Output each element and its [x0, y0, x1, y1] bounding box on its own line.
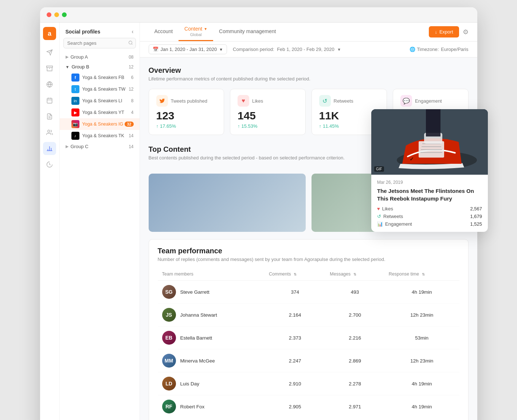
minimize-button[interactable]	[54, 12, 59, 17]
overview-title: Overview	[149, 66, 469, 75]
member-name-2: Johanna Stewart	[180, 312, 217, 318]
response-6: 4h 19min	[384, 395, 459, 418]
page-item-tk[interactable]: ♪ Yoga & Sneakers TK 14	[60, 130, 140, 142]
page-name-tw: Yoga & Sneakers TW	[82, 87, 126, 92]
group-c-item[interactable]: ▶ Group C 14	[60, 142, 140, 151]
col-members: Team members	[158, 268, 265, 281]
sidebar: Social profiles ‹ ▶ Group A 08	[60, 23, 140, 420]
overview-subtitle: Lifetime performance metrics of content …	[149, 76, 469, 82]
settings-icon[interactable]: ⚙	[463, 28, 469, 36]
comparison-range: Feb 1, 2020 - Feb 29, 2020	[277, 47, 334, 52]
page-name-yt: Yoga & Sneakers YT	[82, 110, 124, 115]
tab-community[interactable]: Community management	[213, 23, 282, 41]
group-a-label: Group A	[71, 54, 88, 60]
avatar-estella: EB	[162, 331, 176, 345]
article-title: The Jetsons Meet The Flintstones On This…	[377, 187, 482, 202]
preview-card-1[interactable]	[149, 174, 306, 232]
svg-rect-6	[47, 98, 52, 103]
page-item-yt[interactable]: ▶ Yoga & Sneakers YT 4	[60, 107, 140, 118]
titlebar	[40, 7, 477, 23]
export-label: Export	[439, 29, 453, 35]
nav-item-users[interactable]	[43, 126, 56, 139]
sidebar-collapse-btn[interactable]: ‹	[132, 28, 133, 35]
team-performance-section: Team performance Number of replies (comm…	[149, 239, 469, 420]
tweet-icon	[156, 95, 168, 107]
retweet-icon: ↺	[319, 95, 331, 107]
comparison-prefix: Comparison period:	[233, 47, 274, 52]
page-item-ig[interactable]: 📷 Yoga & Sneakers IG 32	[60, 118, 140, 130]
svg-text:✓: ✓	[410, 156, 414, 162]
nav-tabs: Account Content ▼ Global Community manag…	[149, 23, 282, 41]
page-item-fb[interactable]: f Yoga & Sneakers FB 6	[60, 72, 140, 83]
nav-item-inbox[interactable]	[43, 62, 56, 75]
comments-1: 374	[265, 281, 325, 304]
tab-account[interactable]: Account	[149, 23, 179, 41]
nav-item-chart[interactable]	[43, 142, 56, 155]
member-name-3: Estella Barnett	[180, 335, 212, 341]
sort-icon-response: ⇅	[422, 272, 425, 276]
tab-account-label: Account	[154, 28, 173, 34]
nav-item-globe[interactable]	[43, 78, 56, 91]
tab-content[interactable]: Content ▼ Global	[179, 23, 213, 41]
timezone-prefix: Timezone:	[417, 47, 439, 52]
page-name-ig: Yoga & Sneakers IG	[82, 122, 124, 127]
tweet-label: Tweets published	[171, 98, 207, 104]
avatar-fb: f	[71, 74, 79, 82]
page-count-li: 8	[131, 98, 134, 103]
calendar-icon: 📅	[153, 47, 158, 52]
sort-icon-comments: ⇅	[294, 272, 297, 276]
group-b-count: 12	[129, 64, 133, 70]
messages-6: 2.971	[325, 395, 384, 418]
export-button[interactable]: ↓ Export	[429, 26, 459, 37]
team-title: Team performance	[158, 247, 459, 255]
sidebar-title: Social profiles	[66, 29, 101, 35]
top-content-subtitle: Best contents published during the selec…	[149, 155, 345, 161]
app-logo[interactable]: a	[43, 27, 56, 40]
col-response[interactable]: Response time ⇅	[384, 268, 459, 281]
group-c-label: Group C	[71, 144, 89, 149]
maximize-button[interactable]	[62, 12, 67, 17]
table-row: LD Luis Day 2.910 2.278 4h 19min	[158, 372, 459, 395]
svg-point-17	[129, 41, 132, 44]
group-b-item[interactable]: ▼ Group B 12	[60, 62, 140, 72]
close-button[interactable]	[47, 12, 51, 17]
nav-item-send[interactable]	[43, 46, 56, 59]
timezone-value: Europe/Paris	[441, 47, 468, 52]
retweet-icon-stat: ↺	[377, 214, 381, 219]
member-name-6: Robert Fox	[180, 404, 205, 409]
member-cell-1: SG Steve Garrett	[162, 285, 261, 299]
member-name-5: Luis Day	[180, 381, 200, 387]
page-count-ig: 32	[125, 122, 133, 127]
member-cell-4: MM Minerva McGee	[162, 354, 261, 368]
nav-item-document[interactable]	[43, 110, 56, 123]
avatar-steve: SG	[162, 285, 176, 299]
svg-rect-2	[47, 66, 53, 67]
table-row: JS Johanna Stewart 2.164 2.700 12h 23min	[158, 304, 459, 326]
article-stats: ♥ Likes 2,567 ↺ Retweets 1,679 📊 Engagem…	[377, 206, 482, 227]
arrow-up-icon-likes: ↑	[238, 123, 240, 129]
avatar-tw: t	[71, 85, 79, 93]
metric-likes: ♥ Likes 145 ↑ 15.53%	[230, 89, 306, 135]
engage-label: Engagement	[415, 98, 442, 104]
col-messages[interactable]: Messages ⇅	[325, 268, 384, 281]
likes-label: Likes	[252, 98, 263, 104]
stat-likes-label: Likes	[382, 206, 393, 211]
nav-item-speed[interactable]	[43, 158, 56, 171]
tab-content-label: Content	[184, 26, 202, 32]
search-input[interactable]	[63, 38, 136, 48]
svg-rect-29	[426, 109, 440, 136]
tweet-value: 123	[156, 110, 217, 122]
col-comments[interactable]: Comments ⇅	[265, 268, 325, 281]
member-cell-5: LD Luis Day	[162, 377, 261, 391]
date-range-picker[interactable]: 📅 Jan 1, 2020 - Jan 31, 2020 ▼	[149, 44, 227, 54]
gif-badge: GIF	[374, 166, 384, 172]
svg-line-18	[132, 44, 132, 44]
page-item-tw[interactable]: t Yoga & Sneakers TW 12	[60, 83, 140, 95]
page-item-li[interactable]: in Yoga & Sneakers LI 8	[60, 95, 140, 107]
chevron-down-icon-comp: ▼	[337, 47, 341, 52]
page-count-yt: 4	[131, 110, 134, 115]
sidebar-search[interactable]	[63, 38, 136, 48]
icon-nav: a	[40, 23, 60, 420]
nav-item-calendar[interactable]	[43, 94, 56, 107]
group-a-item[interactable]: ▶ Group A 08	[60, 52, 140, 62]
